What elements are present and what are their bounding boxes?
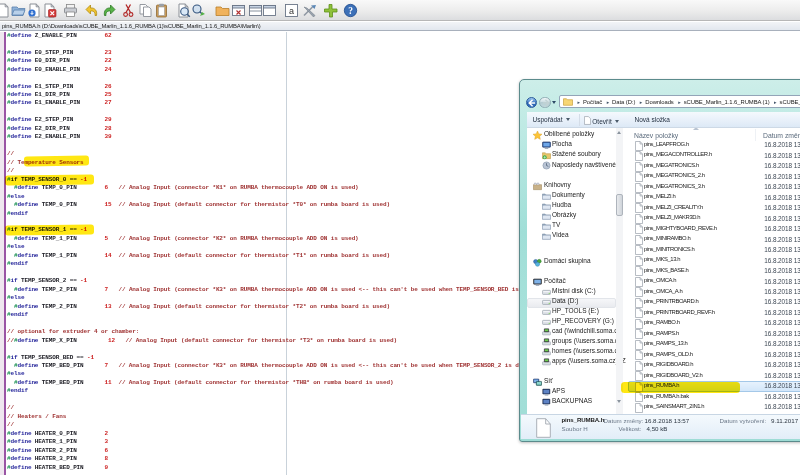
svg-text:?: ?: [348, 6, 353, 16]
svg-text:a: a: [289, 6, 294, 16]
